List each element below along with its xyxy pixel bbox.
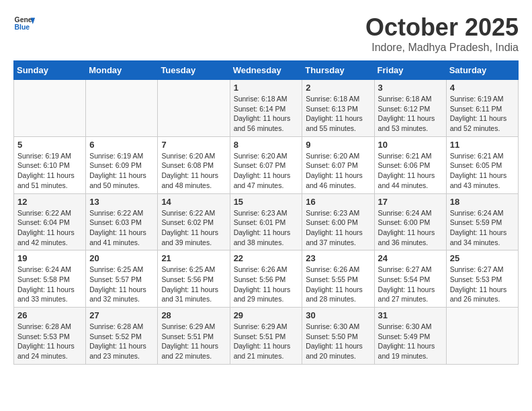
weekday-header-row: SundayMondayTuesdayWednesdayThursdayFrid… <box>14 61 519 80</box>
day-info: Sunrise: 6:22 AMSunset: 6:03 PMDaylight:… <box>89 208 154 248</box>
location-title: Indore, Madhya Pradesh, India <box>365 42 519 54</box>
calendar-week-4: 19Sunrise: 6:24 AMSunset: 5:58 PMDayligh… <box>14 250 519 308</box>
day-number: 25 <box>450 253 515 263</box>
day-number: 11 <box>450 140 515 150</box>
day-number: 29 <box>234 310 299 320</box>
calendar-cell: 24Sunrise: 6:27 AMSunset: 5:54 PMDayligh… <box>374 250 446 308</box>
day-info: Sunrise: 6:24 AMSunset: 5:59 PMDaylight:… <box>450 208 515 248</box>
calendar-week-1: 1Sunrise: 6:18 AMSunset: 6:14 PMDaylight… <box>14 80 519 137</box>
calendar-cell: 18Sunrise: 6:24 AMSunset: 5:59 PMDayligh… <box>446 193 518 250</box>
day-info: Sunrise: 6:24 AMSunset: 5:58 PMDaylight:… <box>17 265 82 304</box>
day-number: 27 <box>89 310 154 320</box>
day-info: Sunrise: 6:25 AMSunset: 5:57 PMDaylight:… <box>89 265 154 304</box>
day-info: Sunrise: 6:30 AMSunset: 5:49 PMDaylight:… <box>378 322 443 361</box>
day-info: Sunrise: 6:20 AMSunset: 6:07 PMDaylight:… <box>306 151 370 191</box>
day-number: 19 <box>17 253 82 263</box>
day-info: Sunrise: 6:28 AMSunset: 5:53 PMDaylight:… <box>17 322 82 361</box>
day-number: 10 <box>378 140 443 150</box>
month-title: October 2025 <box>365 13 519 42</box>
day-info: Sunrise: 6:27 AMSunset: 5:53 PMDaylight:… <box>450 265 515 304</box>
day-info: Sunrise: 6:26 AMSunset: 5:55 PMDaylight:… <box>306 265 370 304</box>
calendar-cell: 16Sunrise: 6:23 AMSunset: 6:00 PMDayligh… <box>302 193 374 250</box>
weekday-header-sunday: Sunday <box>14 61 86 80</box>
calendar-cell: 7Sunrise: 6:20 AMSunset: 6:08 PMDaylight… <box>158 136 230 193</box>
calendar-cell: 2Sunrise: 6:18 AMSunset: 6:13 PMDaylight… <box>302 80 374 137</box>
day-number: 18 <box>450 197 515 207</box>
day-number: 15 <box>234 197 299 207</box>
day-number: 9 <box>306 140 370 150</box>
calendar-cell: 28Sunrise: 6:29 AMSunset: 5:51 PMDayligh… <box>158 308 230 365</box>
day-number: 7 <box>161 140 226 150</box>
day-number: 30 <box>306 310 370 320</box>
calendar-cell: 4Sunrise: 6:19 AMSunset: 6:11 PMDaylight… <box>446 80 518 137</box>
day-info: Sunrise: 6:19 AMSunset: 6:11 PMDaylight:… <box>450 94 515 134</box>
calendar-cell: 31Sunrise: 6:30 AMSunset: 5:49 PMDayligh… <box>374 308 446 365</box>
weekday-header-monday: Monday <box>86 61 158 80</box>
calendar-cell <box>86 80 158 137</box>
calendar-cell: 3Sunrise: 6:18 AMSunset: 6:12 PMDaylight… <box>374 80 446 137</box>
calendar-cell: 15Sunrise: 6:23 AMSunset: 6:01 PMDayligh… <box>230 193 302 250</box>
calendar-cell: 5Sunrise: 6:19 AMSunset: 6:10 PMDaylight… <box>14 136 86 193</box>
calendar-cell: 8Sunrise: 6:20 AMSunset: 6:07 PMDaylight… <box>230 136 302 193</box>
day-info: Sunrise: 6:19 AMSunset: 6:10 PMDaylight:… <box>17 151 82 191</box>
day-info: Sunrise: 6:19 AMSunset: 6:09 PMDaylight:… <box>89 151 154 191</box>
day-number: 24 <box>378 253 443 263</box>
calendar-cell: 21Sunrise: 6:25 AMSunset: 5:56 PMDayligh… <box>158 250 230 308</box>
svg-text:Blue: Blue <box>15 24 30 31</box>
day-number: 26 <box>17 310 82 320</box>
calendar-cell <box>14 80 86 137</box>
calendar-table: SundayMondayTuesdayWednesdayThursdayFrid… <box>13 60 519 365</box>
calendar-cell: 10Sunrise: 6:21 AMSunset: 6:06 PMDayligh… <box>374 136 446 193</box>
day-number: 8 <box>234 140 299 150</box>
day-info: Sunrise: 6:18 AMSunset: 6:14 PMDaylight:… <box>234 94 299 134</box>
day-info: Sunrise: 6:28 AMSunset: 5:52 PMDaylight:… <box>89 322 154 361</box>
calendar-cell: 11Sunrise: 6:21 AMSunset: 6:05 PMDayligh… <box>446 136 518 193</box>
calendar-cell <box>446 308 518 365</box>
day-info: Sunrise: 6:26 AMSunset: 5:56 PMDaylight:… <box>234 265 299 304</box>
calendar-cell: 1Sunrise: 6:18 AMSunset: 6:14 PMDaylight… <box>230 80 302 137</box>
weekday-header-saturday: Saturday <box>446 61 518 80</box>
day-number: 3 <box>378 83 443 93</box>
calendar-week-5: 26Sunrise: 6:28 AMSunset: 5:53 PMDayligh… <box>14 308 519 365</box>
day-info: Sunrise: 6:30 AMSunset: 5:50 PMDaylight:… <box>306 322 370 361</box>
day-number: 28 <box>161 310 226 320</box>
page-header: General Blue October 2025 Indore, Madhya… <box>13 13 519 54</box>
calendar-cell: 30Sunrise: 6:30 AMSunset: 5:50 PMDayligh… <box>302 308 374 365</box>
day-info: Sunrise: 6:18 AMSunset: 6:13 PMDaylight:… <box>306 94 370 134</box>
calendar-cell: 20Sunrise: 6:25 AMSunset: 5:57 PMDayligh… <box>86 250 158 308</box>
day-number: 17 <box>378 197 443 207</box>
day-info: Sunrise: 6:29 AMSunset: 5:51 PMDaylight:… <box>234 322 299 361</box>
day-number: 16 <box>306 197 370 207</box>
day-number: 6 <box>89 140 154 150</box>
day-number: 1 <box>234 83 299 93</box>
weekday-header-friday: Friday <box>374 61 446 80</box>
weekday-header-thursday: Thursday <box>302 61 374 80</box>
logo-icon: General Blue <box>13 13 35 35</box>
day-info: Sunrise: 6:20 AMSunset: 6:07 PMDaylight:… <box>234 151 299 191</box>
day-number: 22 <box>234 253 299 263</box>
day-info: Sunrise: 6:22 AMSunset: 6:04 PMDaylight:… <box>17 208 82 248</box>
calendar-week-2: 5Sunrise: 6:19 AMSunset: 6:10 PMDaylight… <box>14 136 519 193</box>
day-info: Sunrise: 6:25 AMSunset: 5:56 PMDaylight:… <box>161 265 226 304</box>
weekday-header-tuesday: Tuesday <box>158 61 230 80</box>
calendar-cell: 6Sunrise: 6:19 AMSunset: 6:09 PMDaylight… <box>86 136 158 193</box>
logo: General Blue <box>13 13 35 35</box>
day-info: Sunrise: 6:21 AMSunset: 6:05 PMDaylight:… <box>450 151 515 191</box>
day-number: 5 <box>17 140 82 150</box>
calendar-cell: 23Sunrise: 6:26 AMSunset: 5:55 PMDayligh… <box>302 250 374 308</box>
day-info: Sunrise: 6:22 AMSunset: 6:02 PMDaylight:… <box>161 208 226 248</box>
calendar-cell: 9Sunrise: 6:20 AMSunset: 6:07 PMDaylight… <box>302 136 374 193</box>
day-info: Sunrise: 6:29 AMSunset: 5:51 PMDaylight:… <box>161 322 226 361</box>
day-info: Sunrise: 6:24 AMSunset: 6:00 PMDaylight:… <box>378 208 443 248</box>
calendar-cell: 27Sunrise: 6:28 AMSunset: 5:52 PMDayligh… <box>86 308 158 365</box>
calendar-cell: 13Sunrise: 6:22 AMSunset: 6:03 PMDayligh… <box>86 193 158 250</box>
day-number: 12 <box>17 197 82 207</box>
day-info: Sunrise: 6:27 AMSunset: 5:54 PMDaylight:… <box>378 265 443 304</box>
day-info: Sunrise: 6:23 AMSunset: 6:01 PMDaylight:… <box>234 208 299 248</box>
calendar-cell: 12Sunrise: 6:22 AMSunset: 6:04 PMDayligh… <box>14 193 86 250</box>
calendar-week-3: 12Sunrise: 6:22 AMSunset: 6:04 PMDayligh… <box>14 193 519 250</box>
day-number: 14 <box>161 197 226 207</box>
day-number: 20 <box>89 253 154 263</box>
calendar-cell: 25Sunrise: 6:27 AMSunset: 5:53 PMDayligh… <box>446 250 518 308</box>
day-number: 23 <box>306 253 370 263</box>
